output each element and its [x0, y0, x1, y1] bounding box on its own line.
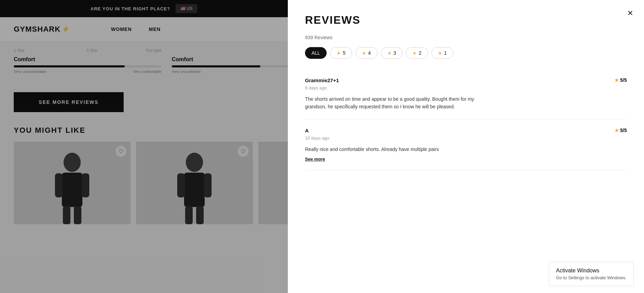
- filter-4[interactable]: ★ 4: [355, 47, 377, 59]
- review-date-2: 10 days ago: [305, 135, 627, 141]
- filter-5[interactable]: ★ 5: [330, 47, 352, 59]
- review-header-1: Grammie27+1 ★ 5/5: [305, 77, 627, 83]
- reviews-list: Grammie27+1 ★ 5/5 8 days ago The shorts …: [305, 69, 627, 279]
- star-icon-3: ★: [387, 51, 392, 56]
- review-item-2: A ★ 5/5 10 days ago Really nice and comf…: [305, 119, 627, 171]
- star-icon-1: ★: [438, 51, 442, 56]
- panel-title: REVIEWS: [305, 14, 627, 26]
- star-icon-4: ★: [362, 51, 366, 56]
- reviews-panel: × REVIEWS 939 Reviews ALL ★ 5 ★ 4 ★ 3 ★ …: [288, 0, 644, 293]
- background-page: ARE YOU IN THE RIGHT PLACE? 🇺🇸 US GYMSHA…: [0, 0, 288, 293]
- filter-5-label: 5: [343, 50, 346, 56]
- filter-1-label: 1: [444, 50, 447, 56]
- activate-windows-notice: Activate Windows Go to Settings to activ…: [549, 262, 634, 286]
- filter-all-label: ALL: [312, 50, 320, 56]
- filter-1[interactable]: ★ 1: [431, 47, 453, 59]
- star-icon-2: ★: [413, 51, 417, 56]
- filter-2-label: 2: [419, 50, 421, 56]
- filter-row: ALL ★ 5 ★ 4 ★ 3 ★ 2 ★ 1: [305, 47, 627, 59]
- review-item-1: Grammie27+1 ★ 5/5 8 days ago The shorts …: [305, 69, 627, 119]
- reviews-count: 939 Reviews: [305, 35, 627, 40]
- review-rating-2: ★ 5/5: [614, 128, 627, 133]
- filter-2[interactable]: ★ 2: [406, 47, 428, 59]
- reviewer-name-2: A: [305, 128, 309, 133]
- rating-star-1: ★: [614, 77, 619, 83]
- review-text-1: The shorts arrived on time and appear to…: [305, 95, 484, 111]
- overlay: [0, 0, 288, 293]
- activate-windows-title: Activate Windows: [556, 268, 626, 274]
- star-icon-5: ★: [337, 51, 341, 56]
- rating-star-2: ★: [614, 128, 619, 133]
- filter-3[interactable]: ★ 3: [381, 47, 403, 59]
- filter-4-label: 4: [368, 50, 371, 56]
- filter-all[interactable]: ALL: [305, 47, 327, 59]
- full-page: ARE YOU IN THE RIGHT PLACE? 🇺🇸 US GYMSHA…: [0, 0, 644, 293]
- see-more-link[interactable]: See more: [305, 156, 325, 162]
- review-header-2: A ★ 5/5: [305, 128, 627, 133]
- review-date-1: 8 days ago: [305, 85, 627, 90]
- review-rating-1: ★ 5/5: [614, 77, 627, 83]
- close-button[interactable]: ×: [628, 8, 633, 18]
- filter-3-label: 3: [394, 50, 396, 56]
- review-text-2: Really nice and comfortable shorts. Alre…: [305, 145, 484, 153]
- activate-windows-subtitle: Go to Settings to activate Windows.: [556, 275, 626, 280]
- reviewer-name-1: Grammie27+1: [305, 77, 339, 83]
- rating-value-2: 5/5: [620, 128, 627, 133]
- rating-value-1: 5/5: [620, 77, 627, 83]
